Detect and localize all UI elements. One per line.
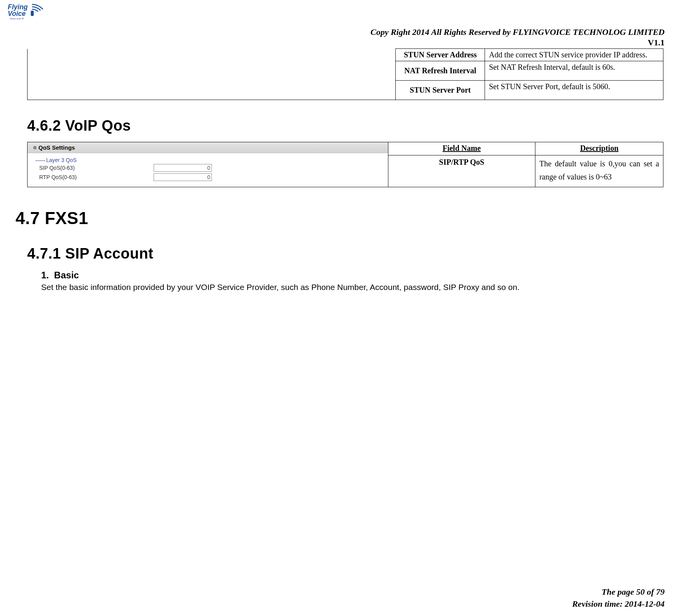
version-line: V1.1 bbox=[648, 38, 665, 48]
field-desc: Add the correct STUN service provider IP… bbox=[485, 49, 663, 61]
sip-qos-label: SIP QoS(0-63) bbox=[39, 165, 154, 171]
heading-4-6-2: 4.6.2 VoIP Qos bbox=[27, 117, 665, 134]
page-number: The page 50 of 79 bbox=[572, 586, 665, 598]
layer3-label: ——Layer 3 QoS bbox=[28, 153, 388, 163]
square-icon bbox=[33, 146, 36, 149]
basic-title: 1. Basic bbox=[41, 270, 665, 281]
column-header-field: Field Name bbox=[388, 142, 535, 155]
svg-rect-3 bbox=[31, 11, 34, 16]
column-header-desc: Description bbox=[535, 142, 663, 155]
copyright-line: Copy Right 2014 All Rights Reserved by F… bbox=[371, 27, 665, 37]
page-footer: The page 50 of 79 Revision time: 2014-12… bbox=[572, 586, 665, 610]
field-label: NAT Refresh Interval bbox=[396, 61, 485, 81]
field-label: STUN Server Address bbox=[396, 49, 485, 61]
field-label: SIP/RTP QoS bbox=[388, 155, 535, 187]
svg-text:Voice over IP: Voice over IP bbox=[10, 17, 24, 20]
logo-icon: Flying Voice Voice over IP bbox=[8, 2, 47, 24]
heading-4-7: 4.7 FXS1 bbox=[16, 209, 665, 228]
qos-settings-label: QoS Settings bbox=[38, 142, 75, 153]
heading-4-7-1: 4.7.1 SIP Account bbox=[27, 245, 665, 262]
table-row: STUN Server Port Set STUN Server Port, d… bbox=[28, 81, 663, 100]
rtp-qos-label: RTP QoS(0-63) bbox=[39, 174, 154, 180]
sip-qos-input[interactable]: 0 bbox=[154, 164, 212, 172]
rtp-qos-input[interactable]: 0 bbox=[154, 173, 212, 181]
revision-time: Revision time: 2014-12-04 bbox=[572, 598, 665, 610]
empty-cell bbox=[28, 61, 396, 81]
empty-cell bbox=[28, 81, 396, 100]
table-row: STUN Server Address Add the correct STUN… bbox=[28, 49, 663, 61]
qos-table: QoS Settings ——Layer 3 QoS SIP QoS(0-63)… bbox=[27, 142, 663, 187]
qos-settings-header: QoS Settings bbox=[28, 142, 388, 153]
field-desc: Set NAT Refresh Interval, default is 60s… bbox=[485, 61, 663, 81]
field-desc: Set STUN Server Port, default is 5060. bbox=[485, 81, 663, 100]
table-row: QoS Settings ——Layer 3 QoS SIP QoS(0-63)… bbox=[28, 142, 663, 155]
table-row: NAT Refresh Interval Set NAT Refresh Int… bbox=[28, 61, 663, 81]
qos-screenshot-cell: QoS Settings ——Layer 3 QoS SIP QoS(0-63)… bbox=[28, 142, 388, 187]
empty-cell bbox=[28, 49, 396, 61]
svg-text:Voice: Voice bbox=[8, 10, 26, 17]
basic-body: Set the basic information provided by yo… bbox=[41, 281, 665, 293]
flyingvoice-logo: Flying Voice Voice over IP bbox=[8, 2, 47, 25]
field-desc: The default value is 0,you can set a ran… bbox=[535, 155, 663, 187]
field-label: STUN Server Port bbox=[396, 81, 485, 100]
stun-table: STUN Server Address Add the correct STUN… bbox=[27, 48, 663, 100]
